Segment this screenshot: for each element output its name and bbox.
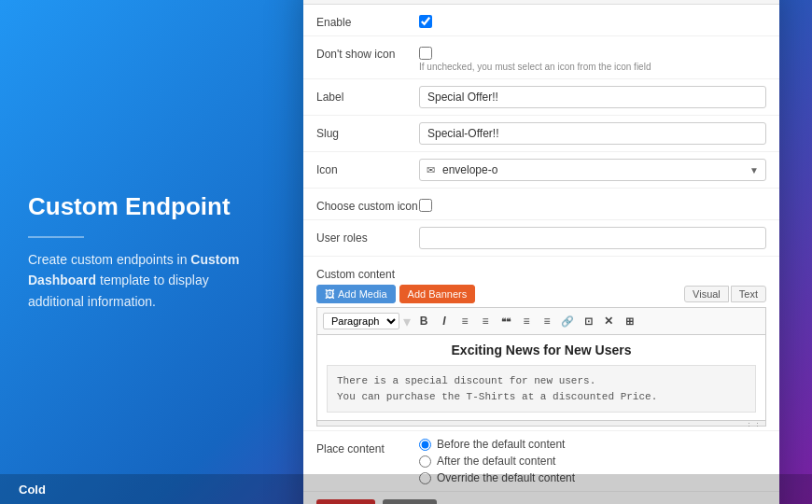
radio-before-text: Before the default content	[437, 438, 565, 451]
dont-show-icon-row: Don't show icon If unchecked, you must s…	[303, 36, 779, 79]
link-button[interactable]: 🔗	[558, 312, 577, 330]
dont-show-icon-label: Don't show icon	[316, 43, 419, 61]
visual-tab-button[interactable]: Visual	[684, 286, 729, 302]
description-plain: Create custom endpoints in	[28, 252, 190, 267]
italic-button[interactable]: I	[435, 312, 454, 330]
radio-before-label[interactable]: Before the default content	[419, 438, 766, 451]
add-banners-label: Add Banners	[408, 288, 468, 300]
custom-content-row: Custom content 🖼 Add Media Add Banners V…	[303, 257, 779, 431]
paragraph-select[interactable]: Paragraph	[323, 313, 399, 329]
dont-show-icon-checkbox[interactable]	[419, 47, 432, 60]
table-button[interactable]: ⊞	[620, 312, 638, 330]
custom-icon-control	[419, 195, 766, 212]
editor-toolbar-row: 🖼 Add Media Add Banners Visual Text	[316, 285, 766, 303]
custom-icon-checkbox[interactable]	[419, 199, 432, 212]
radio-before[interactable]	[419, 439, 431, 451]
cold-label: Cold	[19, 483, 46, 497]
page-title: Custom Endpoint	[28, 192, 261, 221]
left-panel: Custom Endpoint Create custom endpoints …	[0, 155, 289, 349]
custom-icon-label: Choose custom icon	[316, 195, 419, 213]
media-icon: 🖼	[325, 288, 335, 300]
custom-content-control: 🖼 Add Media Add Banners Visual Text	[316, 285, 766, 427]
list-ordered-button[interactable]: ≡	[538, 312, 556, 330]
icon-select-wrapper: ✉ envelope-o ▼	[419, 159, 766, 181]
icon-label: Icon	[316, 159, 419, 176]
label-input[interactable]	[419, 86, 766, 108]
align-left-button[interactable]: ≡	[455, 312, 474, 330]
radio-after-text: After the default content	[437, 455, 555, 468]
content-line2: You can purchase the T-Shirts at a disco…	[337, 391, 657, 402]
slug-control	[419, 122, 766, 145]
dont-show-icon-control: If unchecked, you must select an icon fr…	[419, 43, 766, 72]
editor-resize-handle[interactable]: ⋮⋮	[316, 421, 766, 427]
place-content-label: Place content	[316, 438, 419, 455]
editor-format-toolbar: Paragraph ▾ B I ≡ ≡ ❝❝ ≡ ≡ 🔗 ⊡ ✕ ⊞	[316, 307, 766, 334]
radio-after-label[interactable]: After the default content	[419, 455, 766, 468]
align-center-button[interactable]: ≡	[476, 312, 495, 330]
enable-label: Enable	[316, 11, 419, 29]
icon-row: Icon ✉ envelope-o ▼	[303, 152, 779, 189]
slug-input[interactable]	[419, 122, 766, 145]
radio-after[interactable]	[419, 455, 431, 468]
user-roles-control	[419, 227, 766, 249]
add-media-label: Add Media	[338, 288, 387, 300]
bottom-bar: Cold	[0, 474, 812, 504]
label-control	[419, 86, 766, 108]
content-line1: There is a special discount for new user…	[337, 375, 595, 386]
content-heading: Exciting News for New Users	[327, 343, 756, 357]
enable-checkbox[interactable]	[419, 15, 432, 28]
dont-show-icon-helper: If unchecked, you must select an icon fr…	[419, 62, 766, 72]
label-field-label: Label	[316, 86, 419, 104]
add-media-button[interactable]: 🖼 Add Media	[316, 285, 396, 303]
slug-label: Slug	[316, 122, 419, 140]
list-button[interactable]: ≡	[517, 312, 536, 330]
add-banners-button[interactable]: Add Banners	[399, 285, 476, 303]
blockquote-button[interactable]: ❝❝	[497, 312, 515, 330]
content-body: There is a special discount for new user…	[327, 365, 756, 413]
toolbar-separator: ▾	[403, 313, 411, 330]
user-roles-label: User roles	[316, 227, 419, 245]
bold-button[interactable]: B	[414, 312, 433, 330]
enable-control	[419, 11, 766, 28]
divider	[28, 236, 84, 238]
user-roles-row: User roles	[303, 220, 779, 257]
icon-control: ✉ envelope-o ▼	[419, 159, 766, 181]
label-row: Label	[303, 79, 779, 116]
editor-content[interactable]: Exciting News for New Users There is a s…	[316, 334, 766, 421]
remove-format-button[interactable]: ✕	[599, 312, 618, 330]
slug-row: Slug	[303, 116, 779, 152]
custom-content-label: Custom content	[316, 263, 419, 285]
enable-row: Enable	[303, 5, 779, 36]
text-tab-button[interactable]: Text	[731, 286, 766, 302]
modal-container: Special Offer!! Endpoint Enable Don't sh…	[289, 0, 812, 504]
icon-select[interactable]: envelope-o	[419, 159, 766, 181]
description: Create custom endpoints in Custom Dashbo…	[28, 249, 261, 312]
custom-icon-row: Choose custom icon	[303, 189, 779, 220]
user-roles-input[interactable]	[419, 227, 766, 249]
visual-text-tabs: Visual Text	[684, 286, 766, 302]
modal: Special Offer!! Endpoint Enable Don't sh…	[303, 0, 779, 504]
image-button[interactable]: ⊡	[579, 312, 597, 330]
modal-body: Enable Don't show icon If unchecked, you…	[303, 5, 779, 492]
